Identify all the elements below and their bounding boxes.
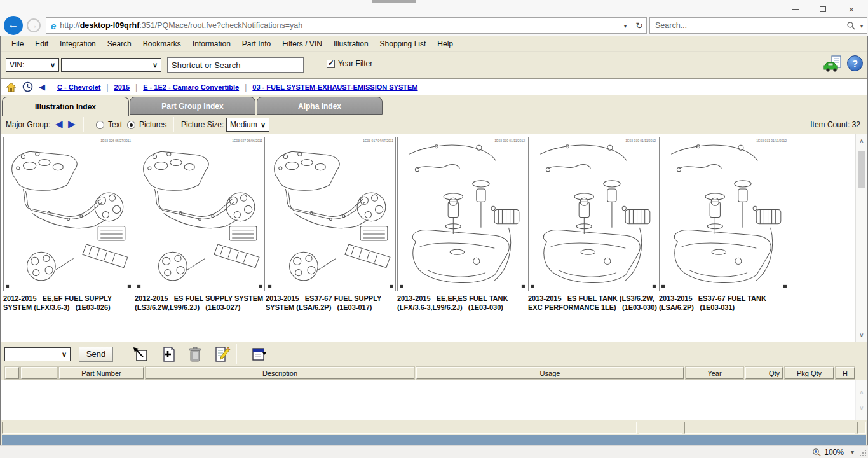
browser-search-input[interactable]: [650, 21, 846, 30]
menu-filters-vin[interactable]: Filters / VIN: [276, 38, 328, 50]
column-header-usage[interactable]: Usage: [416, 367, 684, 379]
scroll-down-icon[interactable]: ∨: [856, 331, 867, 338]
address-bar[interactable]: e http://desktop-l09qrhf:351/PQMace/root…: [46, 17, 647, 34]
breadcrumb-year[interactable]: 2015: [114, 83, 130, 91]
breadcrumb-group[interactable]: 03 - FUEL SYSTEM-EXHAUST-EMISSION SYSTEM: [252, 83, 417, 91]
illustration-thumbnail[interactable]: 1E03-031 01/11/2012 2013-2015 ES37-67 FU…: [659, 137, 789, 312]
column-header-h[interactable]: H: [836, 367, 855, 379]
illustration-image[interactable]: 1E03-026 05/27/2011: [3, 137, 133, 291]
tab-alpha-label: Alpha Index: [298, 102, 341, 111]
view-controls: Major Group: ◀ ▶ Text Pictures Picture S…: [1, 115, 867, 134]
home-icon[interactable]: [6, 82, 17, 92]
illustration-thumbnail[interactable]: 1E03-026 05/27/2011 2012-2015 EE,EF FUEL…: [3, 137, 133, 312]
pictures-radio[interactable]: [127, 121, 135, 129]
menu-part-info[interactable]: Part Info: [236, 38, 276, 50]
browser-forward-button[interactable]: →: [27, 18, 41, 32]
illustration-image[interactable]: 1E03-017 04/07/2011: [266, 137, 396, 291]
send-target-dropdown[interactable]: [4, 347, 71, 361]
close-button[interactable]: ×: [842, 3, 861, 15]
help-question-glyph: ?: [852, 58, 858, 69]
menu-search[interactable]: Search: [102, 38, 137, 50]
send-button-label: Send: [86, 349, 105, 359]
shortcut-search-input[interactable]: [167, 57, 304, 73]
menu-file[interactable]: File: [6, 38, 29, 50]
menu-bar: File Edit Integration Search Bookmarks I…: [1, 36, 867, 52]
zoom-level: 100%: [824, 448, 844, 457]
major-group-next-icon[interactable]: ▶: [68, 118, 76, 130]
illustration-caption: 2013-2015 ES37-67 FUEL TANK (LSA/6.2P) (…: [659, 294, 789, 312]
menu-information[interactable]: Information: [187, 38, 236, 50]
zoom-control[interactable]: 100% ▾: [812, 446, 854, 458]
browser-back-button[interactable]: ←: [4, 16, 23, 35]
column-header-blank2[interactable]: [21, 367, 57, 379]
vin-dropdown[interactable]: VIN:: [6, 58, 59, 72]
grid-scrollbar[interactable]: ∧ ∨: [855, 134, 867, 342]
menu-shopping-list[interactable]: Shopping List: [374, 38, 432, 50]
scroll-down-icon[interactable]: ∨: [856, 405, 867, 412]
help-icon[interactable]: ?: [847, 55, 863, 71]
minimize-button[interactable]: [785, 3, 804, 15]
parts-table-scrollbar[interactable]: ∧ ∨: [855, 380, 867, 420]
picture-size-dropdown[interactable]: Medium: [226, 118, 269, 132]
scrollbar-thumb[interactable]: [858, 151, 865, 188]
illustration-sheet-code: 1E03-026 05/27/2011: [100, 139, 131, 142]
scroll-up-icon[interactable]: ∧: [856, 389, 867, 396]
illustration-thumbnail[interactable]: 1E03-027 06/06/2011 2012-2015 ES FUEL SU…: [135, 137, 265, 312]
column-header-blank1[interactable]: [5, 367, 19, 379]
column-header-pkg-qty[interactable]: Pkg Qty: [785, 367, 834, 379]
column-header-part-number[interactable]: Part Number: [59, 367, 144, 379]
tab-illustration-label: Illustration Index: [35, 102, 96, 111]
add-part-icon[interactable]: [159, 345, 177, 363]
menu-help[interactable]: Help: [431, 38, 459, 50]
menu-integration[interactable]: Integration: [54, 38, 102, 50]
scroll-up-icon[interactable]: ∧: [856, 137, 867, 144]
refresh-button[interactable]: ↻: [632, 20, 646, 31]
breadcrumb-divider: [51, 82, 51, 92]
tab-part-group-index[interactable]: Part Group Index: [130, 97, 255, 115]
zoom-magnifier-icon: [812, 448, 821, 457]
menu-bookmarks[interactable]: Bookmarks: [137, 38, 187, 50]
history-clock-icon[interactable]: [22, 81, 33, 92]
column-settings-icon[interactable]: [250, 345, 268, 363]
index-tabs: Illustration Index Part Group Index Alph…: [1, 97, 867, 115]
illustration-thumbnail[interactable]: 1E03-030 01/11/2012 2013-2015 ES FUEL TA…: [528, 137, 658, 312]
illustration-image[interactable]: 1E03-031 01/11/2012: [659, 137, 789, 291]
browser-search-box[interactable]: ▾: [649, 17, 867, 34]
breadcrumb-pipe: |: [135, 83, 137, 92]
text-radio[interactable]: [96, 121, 104, 129]
breadcrumb-make[interactable]: C - Chevrolet: [57, 83, 100, 91]
year-filter-group: Year Filter: [327, 59, 372, 68]
column-header-qty[interactable]: Qty: [745, 367, 783, 379]
pqmace-app: File Edit Integration Search Bookmarks I…: [0, 36, 868, 445]
major-group-prev-icon[interactable]: ◀: [55, 118, 63, 130]
vehicle-report-icon[interactable]: [823, 55, 843, 73]
address-dropdown-button[interactable]: ▾: [618, 22, 632, 29]
browser-chrome: × ← → e http://desktop-l09qrhf:351/PQMac…: [0, 0, 868, 36]
illustration-image[interactable]: 1E03-030 01/11/2012: [397, 137, 527, 291]
search-options-caret[interactable]: ▾: [857, 22, 867, 29]
delete-icon[interactable]: [186, 345, 204, 363]
column-header-description[interactable]: Description: [146, 367, 414, 379]
tab-alpha-index[interactable]: Alpha Index: [257, 97, 383, 115]
year-filter-checkbox[interactable]: [327, 60, 335, 68]
illustration-thumbnail[interactable]: 1E03-030 01/11/2012 2013-2015 EE,EF,ES F…: [397, 137, 527, 312]
breadcrumb-back-icon[interactable]: ◀: [39, 82, 45, 92]
tab-illustration-index[interactable]: Illustration Index: [2, 97, 129, 116]
maximize-icon: [820, 6, 826, 12]
open-illustration-icon[interactable]: [132, 345, 149, 363]
breadcrumb-model[interactable]: E - 1E2 - Camaro Convertible: [143, 83, 239, 91]
menu-edit[interactable]: Edit: [29, 38, 54, 50]
illustration-image[interactable]: 1E03-027 06/06/2011: [135, 137, 265, 291]
search-icon[interactable]: [846, 21, 855, 30]
vin-value-dropdown[interactable]: [61, 58, 161, 72]
toolbar-divider: [236, 344, 237, 364]
send-button[interactable]: Send: [79, 347, 113, 362]
edit-note-icon[interactable]: [213, 345, 231, 363]
url-host: desktop-l09qrhf: [80, 21, 140, 30]
menu-illustration[interactable]: Illustration: [328, 38, 374, 50]
maximize-button[interactable]: [813, 3, 832, 15]
illustration-image[interactable]: 1E03-030 01/11/2012: [528, 137, 658, 291]
illustration-thumbnail[interactable]: 1E03-017 04/07/2011 2013-2015 ES37-67 FU…: [266, 137, 396, 312]
resize-grip[interactable]: [858, 448, 866, 456]
column-header-year[interactable]: Year: [686, 367, 743, 379]
